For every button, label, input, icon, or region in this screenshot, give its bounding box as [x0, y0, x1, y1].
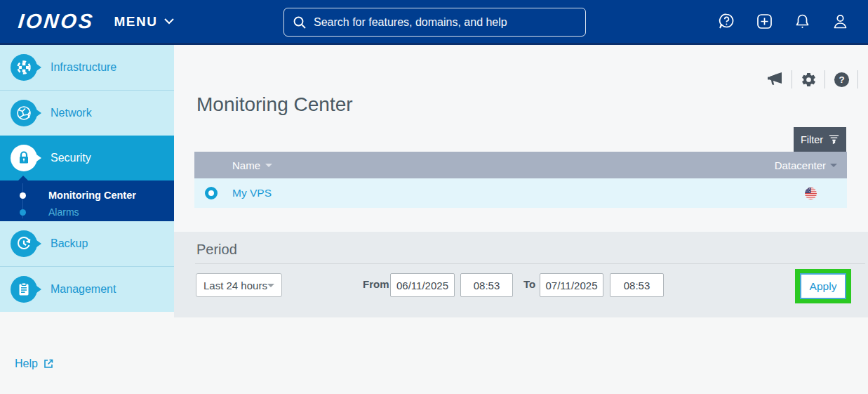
from-date-input[interactable] [390, 273, 455, 297]
external-link-icon [43, 358, 54, 369]
sidebar-item-infrastructure[interactable]: Infrastructure [0, 45, 174, 90]
svg-text:?: ? [839, 74, 844, 85]
add-product-icon[interactable] [755, 12, 774, 31]
table-row[interactable]: My VPS [194, 178, 847, 208]
to-time-input[interactable] [610, 273, 664, 297]
sidebar-item-label: Infrastructure [51, 61, 116, 74]
period-range-select[interactable]: Last 24 hours [196, 273, 282, 297]
infrastructure-icon [11, 54, 37, 81]
to-date-input[interactable] [540, 273, 603, 297]
search-icon [293, 15, 307, 29]
sidebar-item-label: Backup [51, 237, 88, 250]
bullet-icon [20, 209, 26, 216]
filter-button[interactable]: Filter [794, 127, 846, 152]
sort-caret-icon [265, 164, 272, 167]
servers-table: Name Datacenter My VPS [194, 152, 847, 208]
filter-funnel-icon [829, 134, 839, 145]
column-label: Name [232, 159, 260, 171]
security-lock-icon [11, 145, 37, 171]
caret-down-icon [267, 284, 274, 287]
range-select-value: Last 24 hours [203, 280, 267, 291]
settings-gear-icon[interactable] [800, 71, 817, 88]
announcements-megaphone-icon[interactable] [767, 71, 784, 88]
submenu-item-label: Alarms [48, 206, 79, 218]
period-section: Period Last 24 hours From To Apply [174, 232, 868, 317]
submenu-item-alarms[interactable]: Alarms [0, 204, 174, 221]
network-globe-icon [11, 100, 37, 126]
column-header-name[interactable]: Name [232, 159, 272, 171]
from-time-input[interactable] [460, 273, 513, 297]
sidebar-item-network[interactable]: Network [0, 90, 174, 136]
sidebar-item-label: Security [51, 152, 91, 164]
top-bar: IONOS MENU [0, 0, 868, 45]
sidebar-item-label: Network [51, 107, 92, 119]
global-search[interactable] [283, 8, 586, 37]
submenu-item-monitoring-center[interactable]: Monitoring Center [0, 187, 174, 204]
bullet-icon [20, 192, 26, 199]
topbar-icon-group [717, 0, 850, 43]
security-submenu: Monitoring Center Alarms [0, 180, 174, 221]
apply-button[interactable]: Apply [800, 273, 846, 299]
sort-caret-icon [830, 164, 837, 167]
sidebar-item-management[interactable]: Management [0, 266, 174, 312]
page-footer: Help [0, 317, 868, 394]
help-chat-icon[interactable] [717, 12, 736, 31]
search-input[interactable] [314, 16, 577, 29]
clipboard-icon [11, 276, 37, 303]
us-flag-icon [805, 188, 817, 199]
table-header-row: Name Datacenter [194, 152, 847, 178]
server-name-link[interactable]: My VPS [232, 187, 272, 199]
to-label: To [523, 278, 535, 290]
monitoring-section: ? Monitoring Center Filter Name Datacent… [174, 45, 868, 232]
help-link[interactable]: Help [15, 357, 54, 370]
period-title: Period [196, 242, 237, 258]
page-action-icons: ? [759, 70, 858, 88]
filter-label: Filter [801, 134, 823, 145]
menu-button[interactable]: MENU [114, 14, 174, 29]
row-radio-selected[interactable] [205, 187, 218, 199]
submenu-notch [18, 176, 28, 180]
divider [792, 70, 792, 88]
page-title: Monitoring Center [196, 93, 353, 116]
sidebar-item-security[interactable]: Security [0, 136, 174, 180]
backup-restore-icon [11, 230, 37, 257]
help-label: Help [15, 357, 38, 370]
divider [195, 263, 865, 264]
ionos-logo[interactable]: IONOS [17, 10, 95, 33]
submenu-item-label: Monitoring Center [48, 190, 136, 201]
from-label: From [363, 278, 389, 290]
sidebar-item-label: Management [51, 283, 116, 296]
sidebar-nav: Infrastructure Network Security Monitori… [0, 45, 174, 312]
menu-label: MENU [114, 14, 157, 29]
sidebar-item-backup[interactable]: Backup [0, 221, 174, 266]
ionos-control-panel: IONOS MENU [0, 0, 868, 394]
column-label: Datacenter [775, 159, 826, 171]
divider [857, 70, 858, 88]
chevron-down-icon [164, 18, 174, 25]
column-header-datacenter[interactable]: Datacenter [775, 159, 837, 171]
apply-button-highlight: Apply [795, 269, 851, 303]
help-circle-icon[interactable]: ? [833, 71, 850, 88]
account-user-icon[interactable] [831, 12, 850, 31]
divider [824, 70, 825, 88]
notifications-bell-icon[interactable] [793, 12, 812, 31]
